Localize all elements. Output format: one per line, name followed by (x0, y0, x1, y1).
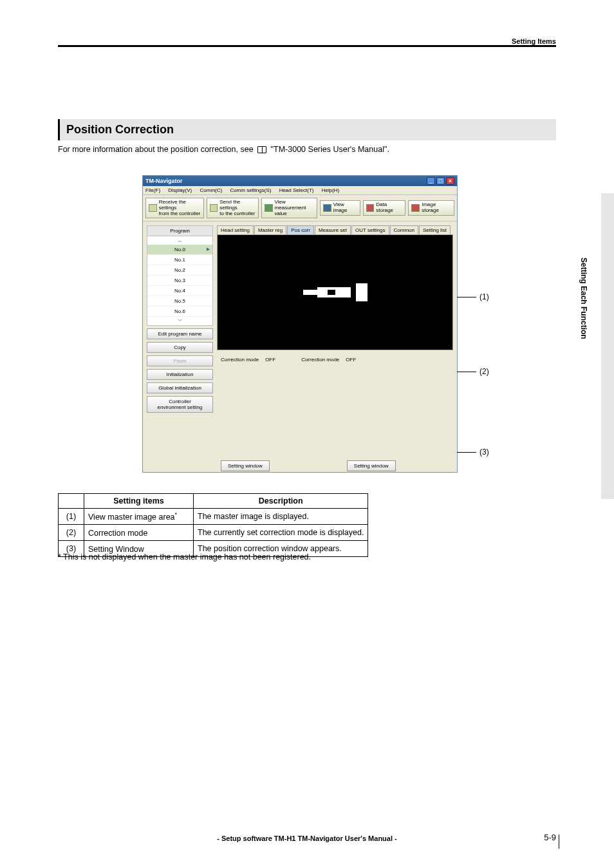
menu-headselect[interactable]: Head Select(T) (279, 187, 314, 193)
row-num: (2) (59, 525, 84, 541)
controller-env-button[interactable]: Controller environment setting (147, 396, 213, 413)
program-item-6[interactable]: No.6 (147, 307, 212, 317)
table-head-items: Setting items (84, 494, 194, 509)
left-column: Program ︽ No.0 No.1 No.2 No.3 No.4 No.5 … (143, 222, 217, 478)
tab-master-reg[interactable]: Master reg (254, 225, 286, 234)
program-item-2[interactable]: No.2 (147, 265, 212, 276)
callout-3: (3) (479, 448, 489, 457)
correction-mode-row: Correction mode OFF Correction mode OFF (217, 350, 453, 369)
row-desc: The currently set correction mode is dis… (194, 525, 368, 541)
tab-common[interactable]: Common (390, 225, 418, 234)
intro-text: For more information about the position … (58, 145, 389, 154)
menu-comm[interactable]: Comm(C) (200, 187, 222, 193)
row-desc: The master image is displayed. (194, 509, 368, 525)
tab-pos-corr[interactable]: Pos corr (287, 225, 314, 234)
footer-text: - Setup software TM-H1 TM-Navigator User… (0, 835, 614, 842)
program-item-0[interactable]: No.0 (147, 245, 212, 255)
callout-2: (2) (479, 367, 489, 376)
right-column: Head setting Master reg Pos corr Measure… (217, 222, 457, 478)
receive-button[interactable]: Receive the settings from the controller (145, 198, 204, 218)
table-head-blank (59, 494, 84, 509)
row-item-text: View master image area (88, 513, 175, 522)
imgstore-button[interactable]: Image storage (408, 200, 454, 216)
correction-mode-value-1: OFF (265, 357, 275, 363)
tab-row: Head setting Master reg Pos corr Measure… (217, 225, 453, 234)
viewval-button[interactable]: View measurement value (261, 198, 317, 218)
send-icon (210, 204, 218, 212)
datastore-button[interactable]: Data storage (363, 200, 406, 216)
copy-button[interactable]: Copy (147, 342, 213, 353)
setting-window-button-2[interactable]: Setting window (347, 460, 396, 471)
receive-icon (149, 204, 157, 212)
book-icon (257, 146, 266, 153)
setting-window-button-1[interactable]: Setting window (221, 460, 270, 471)
initialization-button[interactable]: Initialization (147, 369, 213, 380)
page-number-bar (559, 835, 559, 849)
datastore-icon (366, 204, 375, 212)
intro-after: "TM-3000 Series User's Manual". (271, 145, 389, 154)
table-head-desc: Description (194, 494, 368, 509)
tab-out-settings[interactable]: OUT settings (351, 225, 389, 234)
toolbar: Receive the settings from the controller… (143, 195, 457, 222)
correction-mode-label-2: Correction mode (301, 357, 339, 363)
callout-line-3 (457, 452, 476, 453)
send-button[interactable]: Send the settings to the controller (207, 198, 259, 218)
app-title: TM-Navigator (145, 178, 183, 184)
menu-help[interactable]: Help(H) (322, 187, 340, 193)
maximize-button[interactable]: □ (436, 177, 445, 185)
tab-head-setting[interactable]: Head setting (217, 225, 254, 234)
close-button[interactable]: × (446, 177, 454, 185)
scroll-down-icon[interactable]: ︾ (147, 317, 212, 325)
row-item: Correction mode (84, 525, 194, 541)
scroll-up-icon[interactable]: ︽ (147, 236, 212, 245)
app-window: TM-Navigator _ □ × File(F) Display(V) Co… (142, 175, 458, 473)
master-image-shape (303, 277, 367, 308)
table-row: (1) View master image area* The master i… (59, 509, 368, 525)
callout-line-1 (457, 297, 476, 297)
footnote: * This is not displayed when the master … (58, 552, 311, 561)
row-item-sup: * (175, 511, 178, 518)
side-tab-shade (601, 193, 614, 499)
menu-file[interactable]: File(F) (145, 187, 160, 193)
titlebar: TM-Navigator _ □ × (143, 176, 457, 186)
viewimg-button[interactable]: View image (320, 200, 360, 216)
viewimg-label: View image (333, 202, 357, 214)
row-item: View master image area* (84, 509, 194, 525)
receive-label: Receive the settings from the controller (159, 200, 201, 216)
tab-setting-list[interactable]: Setting list (419, 225, 451, 234)
header-rule (58, 45, 556, 47)
program-panel: Program ︽ No.0 No.1 No.2 No.3 No.4 No.5 … (147, 225, 213, 326)
menu-display[interactable]: Display(V) (168, 187, 192, 193)
program-item-1[interactable]: No.1 (147, 255, 212, 265)
edit-program-name-button[interactable]: Edit program name (147, 328, 213, 339)
correction-mode-value-2: OFF (346, 357, 356, 363)
viewval-icon (265, 204, 273, 212)
datastore-label: Data storage (376, 202, 402, 214)
page-number: 5-9 (544, 833, 556, 842)
send-label: Send the settings to the controller (219, 200, 256, 216)
program-item-5[interactable]: No.5 (147, 296, 212, 307)
intro-before: For more information about the position … (58, 145, 254, 154)
program-head: Program (147, 226, 212, 236)
viewimg-icon (323, 204, 331, 212)
table-header-row: Setting items Description (59, 494, 368, 509)
row-item-text: Correction mode (88, 529, 147, 538)
section-title: Position Correction (58, 119, 556, 140)
tab-measure-set[interactable]: Measure set (315, 225, 351, 234)
setting-window-row: Setting window Setting window (217, 458, 453, 474)
callout-line-2 (457, 372, 476, 372)
program-item-4[interactable]: No.4 (147, 286, 212, 296)
table-row: (2) Correction mode The currently set co… (59, 525, 368, 541)
menu-commsettings[interactable]: Comm settings(S) (230, 187, 271, 193)
setting-items-table: Setting items Description (1) View maste… (58, 493, 368, 557)
imgstore-icon (411, 204, 420, 212)
viewval-label: View measurement value (275, 200, 314, 216)
imgstore-label: Image storage (422, 202, 451, 214)
global-initialization-button[interactable]: Global initialization (147, 382, 213, 393)
master-image-area (217, 234, 453, 350)
correction-mode-label-1: Correction mode (221, 357, 259, 363)
row-num: (1) (59, 509, 84, 525)
minimize-button[interactable]: _ (427, 177, 435, 185)
program-item-3[interactable]: No.3 (147, 276, 212, 286)
paste-button[interactable]: Paste (147, 355, 213, 366)
